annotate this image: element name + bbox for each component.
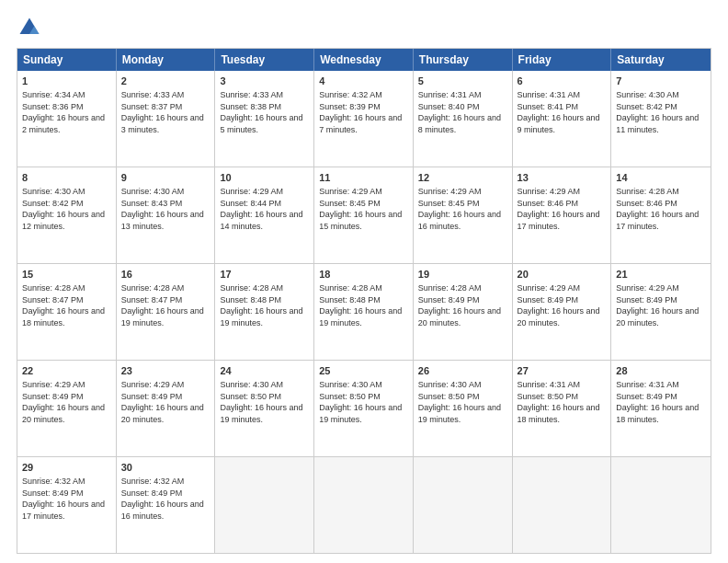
day-15: 15Sunrise: 4:28 AMSunset: 8:47 PMDayligh…	[17, 264, 117, 360]
day-1: 1Sunrise: 4:34 AMSunset: 8:36 PMDaylight…	[17, 71, 117, 167]
day-17: 17Sunrise: 4:28 AMSunset: 8:48 PMDayligh…	[215, 264, 314, 360]
header	[17, 15, 711, 40]
day-30: 30Sunrise: 4:32 AMSunset: 8:49 PMDayligh…	[117, 457, 216, 553]
day-25: 25Sunrise: 4:30 AMSunset: 8:50 PMDayligh…	[314, 361, 414, 456]
day-13: 13Sunrise: 4:29 AMSunset: 8:46 PMDayligh…	[513, 167, 612, 263]
header-wednesday: Wednesday	[314, 49, 414, 71]
day-21: 21Sunrise: 4:29 AMSunset: 8:49 PMDayligh…	[611, 264, 711, 360]
header-friday: Friday	[513, 49, 612, 71]
day-4: 4Sunrise: 4:32 AMSunset: 8:39 PMDaylight…	[314, 71, 414, 167]
day-9: 9Sunrise: 4:30 AMSunset: 8:43 PMDaylight…	[117, 167, 216, 263]
day-18: 18Sunrise: 4:28 AMSunset: 8:48 PMDayligh…	[314, 264, 414, 360]
day-11: 11Sunrise: 4:29 AMSunset: 8:45 PMDayligh…	[314, 167, 414, 263]
day-23: 23Sunrise: 4:29 AMSunset: 8:49 PMDayligh…	[117, 361, 216, 456]
header-thursday: Thursday	[414, 49, 513, 71]
header-saturday: Saturday	[611, 49, 711, 71]
logo	[17, 15, 46, 40]
week-row-4: 29Sunrise: 4:32 AMSunset: 8:49 PMDayligh…	[17, 456, 711, 553]
day-24: 24Sunrise: 4:30 AMSunset: 8:50 PMDayligh…	[215, 361, 314, 456]
day-16: 16Sunrise: 4:28 AMSunset: 8:47 PMDayligh…	[117, 264, 216, 360]
empty-cell	[611, 457, 711, 553]
day-28: 28Sunrise: 4:31 AMSunset: 8:49 PMDayligh…	[611, 361, 711, 456]
week-row-1: 8Sunrise: 4:30 AMSunset: 8:42 PMDaylight…	[17, 167, 711, 263]
day-27: 27Sunrise: 4:31 AMSunset: 8:50 PMDayligh…	[513, 361, 612, 456]
header-monday: Monday	[117, 49, 216, 71]
day-20: 20Sunrise: 4:29 AMSunset: 8:49 PMDayligh…	[513, 264, 612, 360]
day-22: 22Sunrise: 4:29 AMSunset: 8:49 PMDayligh…	[17, 361, 117, 456]
day-7: 7Sunrise: 4:30 AMSunset: 8:42 PMDaylight…	[611, 71, 711, 167]
day-29: 29Sunrise: 4:32 AMSunset: 8:49 PMDayligh…	[17, 457, 117, 553]
header-sunday: Sunday	[17, 49, 117, 71]
day-14: 14Sunrise: 4:28 AMSunset: 8:46 PMDayligh…	[611, 167, 711, 263]
day-8: 8Sunrise: 4:30 AMSunset: 8:42 PMDaylight…	[17, 167, 117, 263]
empty-cell	[414, 457, 513, 553]
empty-cell	[215, 457, 314, 553]
day-10: 10Sunrise: 4:29 AMSunset: 8:44 PMDayligh…	[215, 167, 314, 263]
week-row-3: 22Sunrise: 4:29 AMSunset: 8:49 PMDayligh…	[17, 360, 711, 456]
day-19: 19Sunrise: 4:28 AMSunset: 8:49 PMDayligh…	[414, 264, 513, 360]
day-26: 26Sunrise: 4:30 AMSunset: 8:50 PMDayligh…	[414, 361, 513, 456]
day-5: 5Sunrise: 4:31 AMSunset: 8:40 PMDaylight…	[414, 71, 513, 167]
week-row-0: 1Sunrise: 4:34 AMSunset: 8:36 PMDaylight…	[17, 71, 711, 167]
logo-icon	[17, 15, 42, 40]
empty-cell	[513, 457, 612, 553]
week-row-2: 15Sunrise: 4:28 AMSunset: 8:47 PMDayligh…	[17, 263, 711, 360]
day-2: 2Sunrise: 4:33 AMSunset: 8:37 PMDaylight…	[117, 71, 216, 167]
day-6: 6Sunrise: 4:31 AMSunset: 8:41 PMDaylight…	[513, 71, 612, 167]
calendar-header: Sunday Monday Tuesday Wednesday Thursday…	[17, 49, 711, 71]
day-3: 3Sunrise: 4:33 AMSunset: 8:38 PMDaylight…	[215, 71, 314, 167]
page: Sunday Monday Tuesday Wednesday Thursday…	[0, 0, 728, 563]
header-tuesday: Tuesday	[215, 49, 314, 71]
calendar: Sunday Monday Tuesday Wednesday Thursday…	[17, 48, 711, 554]
calendar-body: 1Sunrise: 4:34 AMSunset: 8:36 PMDaylight…	[17, 71, 711, 553]
day-12: 12Sunrise: 4:29 AMSunset: 8:45 PMDayligh…	[414, 167, 513, 263]
empty-cell	[314, 457, 414, 553]
